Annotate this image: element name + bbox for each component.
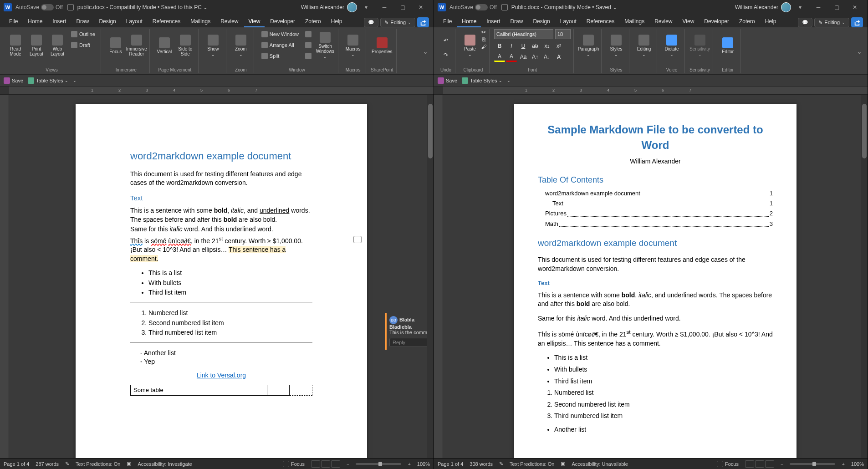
- close-button[interactable]: ✕: [412, 0, 430, 15]
- outline-button[interactable]: Outline: [68, 29, 98, 39]
- editing-mode-button[interactable]: ✎ Editing ⌄: [380, 18, 415, 27]
- comments-button[interactable]: 💬: [798, 18, 812, 27]
- close-button[interactable]: ✕: [846, 0, 864, 15]
- ribbon-display-options[interactable]: ▾: [791, 0, 809, 15]
- tab-mailings[interactable]: Mailings: [186, 16, 215, 27]
- document-scroll[interactable]: word2markdown example document This docu…: [9, 95, 434, 458]
- undo-button[interactable]: ↶: [439, 34, 452, 47]
- dictate-button[interactable]: Dictate⌄: [662, 29, 682, 62]
- document-scroll[interactable]: Sample Markdown File to be converted to …: [443, 95, 868, 458]
- web-layout-button[interactable]: Web Layout: [47, 29, 67, 62]
- ribbon-display-options[interactable]: ▾: [357, 0, 375, 15]
- focus-mode-button[interactable]: Focus: [283, 461, 305, 467]
- copy-button[interactable]: ⎘: [481, 36, 486, 43]
- comments-button[interactable]: 💬: [364, 18, 378, 27]
- grow-font-button[interactable]: A↑: [530, 52, 541, 62]
- hyperlink[interactable]: Link to Versal.org: [130, 371, 312, 380]
- paste-button[interactable]: Paste⌄: [460, 29, 480, 62]
- tab-layout[interactable]: Layout: [122, 16, 147, 27]
- zoom-out-button[interactable]: −: [347, 461, 349, 467]
- vertical-button[interactable]: Vertical: [154, 29, 174, 62]
- font-size-combo[interactable]: [555, 29, 571, 39]
- qa-more-button[interactable]: ⌄: [73, 78, 77, 83]
- document-page[interactable]: Sample Markdown File to be converted to …: [514, 104, 797, 458]
- subscript-button[interactable]: x₂: [541, 41, 552, 51]
- print-view-icon[interactable]: [755, 460, 764, 468]
- vertical-ruler[interactable]: [434, 95, 443, 458]
- tab-view[interactable]: View: [678, 16, 699, 27]
- read-mode-button[interactable]: Read Mode: [5, 29, 26, 62]
- tab-file[interactable]: File: [5, 16, 22, 27]
- toc-entry[interactable]: word2markdown example document1: [538, 189, 773, 198]
- focus-mode-button[interactable]: Focus: [717, 461, 739, 467]
- show-button[interactable]: Show⌄: [203, 29, 223, 62]
- arrange-all-button[interactable]: Arrange All: [259, 40, 301, 50]
- toc-entry[interactable]: Pictures2: [538, 209, 773, 218]
- page-indicator[interactable]: Page 1 of 4: [438, 461, 463, 467]
- web-view-icon[interactable]: [331, 460, 340, 468]
- font-name-combo[interactable]: [494, 29, 553, 39]
- spell-check-icon[interactable]: ✎: [499, 461, 503, 467]
- tab-references[interactable]: References: [148, 16, 185, 27]
- side-to-side-button[interactable]: Side to Side: [175, 29, 195, 62]
- properties-button[interactable]: Properties: [372, 29, 392, 62]
- superscript-button[interactable]: x²: [553, 41, 564, 51]
- qa-save-button[interactable]: Save: [438, 77, 457, 84]
- toggle-icon[interactable]: [475, 4, 488, 10]
- text-predictions[interactable]: Text Predictions: On: [510, 461, 554, 467]
- tab-file[interactable]: File: [439, 16, 456, 27]
- print-layout-button[interactable]: Print Layout: [26, 29, 46, 62]
- strikethrough-button[interactable]: ab: [530, 41, 541, 51]
- accessibility-status[interactable]: Accessibility: Investigate: [138, 461, 192, 467]
- web-view-icon[interactable]: [765, 460, 774, 468]
- font-color-button[interactable]: A: [506, 52, 517, 62]
- vertical-scrollbar[interactable]: [861, 95, 868, 458]
- read-view-icon[interactable]: [745, 460, 754, 468]
- shrink-font-button[interactable]: A↓: [541, 52, 552, 62]
- zoom-slider[interactable]: [790, 463, 835, 465]
- tab-draw[interactable]: Draw: [505, 16, 527, 27]
- reset-window-button[interactable]: [302, 51, 314, 61]
- change-case-button[interactable]: Aa: [518, 52, 529, 62]
- maximize-button[interactable]: ▢: [393, 0, 412, 15]
- split-button[interactable]: Split: [259, 51, 301, 61]
- minimize-button[interactable]: ─: [375, 0, 393, 15]
- comment-panel[interactable]: BBBlabla Bladiebla This is the comme Rep…: [385, 313, 434, 350]
- read-view-icon[interactable]: [311, 460, 320, 468]
- tab-insert[interactable]: Insert: [482, 16, 505, 27]
- vertical-scrollbar[interactable]: [427, 95, 434, 458]
- tab-references[interactable]: References: [582, 16, 619, 27]
- immersive-reader-button[interactable]: Immersive Reader: [127, 29, 147, 62]
- editing-mode-button[interactable]: ✎ Editing ⌄: [814, 18, 849, 27]
- new-window-button[interactable]: New Window: [259, 29, 301, 39]
- word-count[interactable]: 287 words: [36, 461, 59, 467]
- tab-review[interactable]: Review: [216, 16, 243, 27]
- sensitivity-button[interactable]: Sensitivity⌄: [690, 29, 710, 62]
- focus-button[interactable]: Focus: [106, 29, 126, 62]
- tab-zotero[interactable]: Zotero: [301, 16, 326, 27]
- sync-scroll-button[interactable]: [302, 40, 314, 50]
- bold-button[interactable]: B: [494, 41, 505, 51]
- document-title[interactable]: Public.docx - Compatibility Mode • Saved…: [511, 4, 617, 10]
- editing-group-button[interactable]: Editing⌄: [634, 29, 654, 62]
- text-predictions[interactable]: Text Predictions: On: [76, 461, 120, 467]
- tab-insert[interactable]: Insert: [48, 16, 71, 27]
- side-by-side-button[interactable]: [302, 29, 314, 39]
- scrollbar-thumb[interactable]: [862, 104, 867, 158]
- zoom-out-button[interactable]: −: [781, 461, 783, 467]
- horizontal-ruler[interactable]: 1234567: [0, 87, 434, 95]
- tab-draw[interactable]: Draw: [71, 16, 93, 27]
- clear-formatting-button[interactable]: A̷: [553, 52, 564, 62]
- minimize-button[interactable]: ─: [809, 0, 827, 15]
- page-indicator[interactable]: Page 1 of 4: [4, 461, 29, 467]
- share-button[interactable]: [851, 17, 863, 27]
- horizontal-ruler[interactable]: 1234567: [434, 87, 868, 95]
- styles-button[interactable]: Styles⌄: [606, 29, 626, 62]
- tab-review[interactable]: Review: [650, 16, 677, 27]
- tab-developer[interactable]: Developer: [266, 16, 300, 27]
- italic-button[interactable]: I: [506, 41, 517, 51]
- format-painter-button[interactable]: 🖌: [481, 44, 486, 50]
- paragraph-button[interactable]: Paragraph⌄: [578, 29, 598, 62]
- save-icon[interactable]: [67, 4, 74, 10]
- maximize-button[interactable]: ▢: [827, 0, 846, 15]
